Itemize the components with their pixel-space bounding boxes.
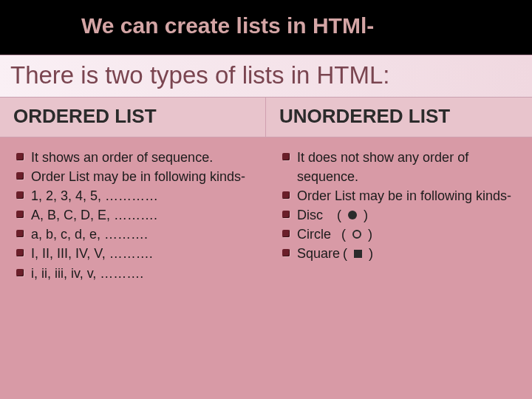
ordered-list-items: It shows an order of sequence. Order Lis… (13, 148, 253, 283)
unordered-list-column: UNORDERED LIST It does not show any orde… (266, 98, 532, 399)
paren-text: ) (364, 225, 372, 244)
ordered-list-body: It shows an order of sequence. Order Lis… (0, 137, 266, 399)
list-item-circle: Circle ( ) (279, 225, 519, 244)
unordered-list-header: UNORDERED LIST (266, 98, 532, 137)
square-label: Square (297, 244, 340, 263)
unordered-list-body: It does not show any order of sequence. … (266, 137, 532, 399)
list-item: I, II, III, IV, V, ………. (13, 244, 253, 263)
ordered-list-header: ORDERED LIST (0, 98, 266, 137)
unordered-list-items: It does not show any order of sequence. … (279, 148, 519, 264)
list-item: It does not show any order of sequence. (279, 148, 519, 186)
list-item: i, ii, iii, iv, v, ………. (13, 264, 253, 283)
paren-text: ( (326, 205, 345, 225)
disc-label: Disc (297, 205, 323, 225)
list-item: a, b, c, d, e, ………. (13, 225, 253, 244)
list-item: A, B, C, D, E, ………. (13, 205, 253, 225)
paren-text: ) (365, 244, 373, 263)
slide-title: We can create lists in HTMl- (0, 0, 532, 55)
paren-text: ( (343, 244, 351, 263)
list-item-disc: Disc ( ) (279, 205, 519, 225)
paren-text: ( (334, 225, 349, 244)
ordered-list-column: ORDERED LIST It shows an order of sequen… (0, 98, 266, 399)
circle-label: Circle (297, 225, 331, 244)
square-icon (354, 250, 362, 258)
slide: We can create lists in HTMl- There is tw… (0, 0, 532, 399)
slide-subtitle: There is two types of lists in HTML: (0, 55, 532, 98)
paren-text: ) (360, 205, 368, 225)
list-item: It shows an order of sequence. (13, 148, 253, 167)
list-item: Order List may be in following kinds- (13, 167, 253, 186)
list-item: Order List may be in following kinds- (279, 186, 519, 205)
list-item: 1, 2, 3, 4, 5, ………… (13, 186, 253, 205)
list-item-square: Square ( ) (279, 244, 519, 263)
circle-icon (352, 230, 361, 239)
columns: ORDERED LIST It shows an order of sequen… (0, 98, 532, 399)
disc-icon (348, 211, 357, 219)
